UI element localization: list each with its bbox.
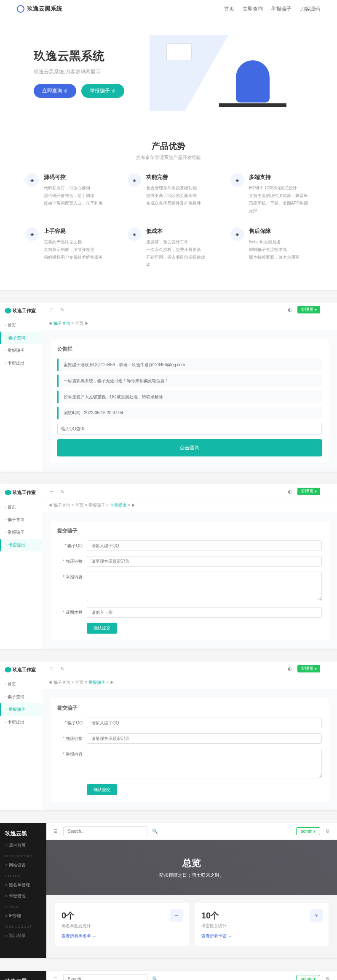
notification-icon[interactable]: ◐ [286, 665, 293, 672]
menu-icon[interactable]: ☰ [52, 828, 59, 835]
submit-button[interactable]: 确认提交 [87, 784, 117, 795]
breadcrumb: ◀ 骗子查询 × 首页 ▶ [42, 317, 337, 330]
feature-item: ◈多端支持HTML5+CSS3响应式设计支持主流的现代浏览器，兼容IE适应手机、… [230, 173, 312, 215]
refresh-icon[interactable]: ↻ [59, 488, 66, 495]
form-label: * 举报内容 [57, 572, 87, 580]
list-icon: ☰ [170, 909, 183, 922]
settings-icon[interactable]: ⚙ [324, 976, 331, 980]
menu-icon[interactable]: ☰ [48, 665, 55, 672]
nav-link[interactable]: 首页 [224, 5, 234, 13]
form-input[interactable] [87, 607, 322, 618]
stat-link[interactable]: 查看所有黑名单 → [62, 934, 96, 938]
hero-illustration [150, 35, 303, 111]
form-label: * 证图本框 [57, 607, 87, 616]
stat-card: 0个黑名单数总统计查看所有黑名单 →☰ [55, 903, 189, 946]
sidebar-item[interactable]: ○ 黑名单管理 [0, 880, 46, 891]
sidebar-item[interactable]: ◦ 举报骗子 [0, 344, 42, 357]
sidebar-section: IP ADD [0, 902, 46, 910]
form-label: * 骗子QQ [57, 718, 87, 726]
form-input[interactable] [87, 556, 322, 567]
settings-icon[interactable]: ⚙ [324, 828, 331, 835]
sidebar-item[interactable]: ◦ 首页 [0, 319, 42, 332]
sidebar-logo: 玖逸工作室 [0, 667, 42, 678]
dark-brand: 玖逸云黑 [0, 827, 46, 840]
user-badge[interactable]: 管理员 ▾ [297, 665, 320, 672]
report-button[interactable]: 举报骗子 ⊙ [81, 84, 124, 98]
form-textarea[interactable] [87, 749, 322, 778]
brand-logo: 玖逸云黑系统 [17, 5, 62, 13]
more-icon[interactable]: ⋮ [324, 306, 331, 313]
card-title: 公告栏 [57, 346, 322, 353]
feature-item: ◈功能完善包含管理系常用的基础功能提供不基于地区的页面实例集成众多优秀插件及扩展… [128, 173, 209, 215]
sidebar-item[interactable]: ◦ 首页 [0, 501, 42, 513]
features-title: 产品优势 [25, 140, 312, 152]
notification-icon[interactable]: ◐ [286, 488, 293, 495]
menu-icon[interactable]: ☰ [52, 976, 59, 980]
nav-link[interactable]: 立即查询 [243, 5, 263, 13]
notice-item: 案账骗子请联系QQ:123456，联著：玖逸牛逼@123456@qq.com [57, 359, 322, 371]
feature-icon: ◈ [230, 173, 244, 187]
sidebar-section: WEB LOGOUT [0, 921, 46, 930]
search-icon[interactable]: 🔍 [152, 976, 158, 980]
notice-item: 一应遇欢黑系统，骗子无处可逃！等你来你骗效轮位置！ [57, 375, 322, 387]
search-input[interactable] [63, 974, 147, 980]
user-badge[interactable]: 管理员 ▾ [297, 488, 320, 495]
nav-link[interactable]: 举报骗子 [271, 5, 292, 13]
hero-subtitle: 玖逸云黑系统,刀客源码网展示 [34, 68, 124, 76]
refresh-icon[interactable]: ↻ [59, 665, 66, 672]
features-subtitle: 拥有多年管理系统产品开发经验 [25, 154, 312, 161]
sidebar-item[interactable]: ◦ 举报骗子 [0, 703, 42, 716]
search-input[interactable] [63, 826, 147, 836]
qq-search-input[interactable] [57, 423, 322, 435]
stat-link[interactable]: 查看所有卡密 → [201, 934, 232, 938]
overview-banner: 总览 斯须模随之日；骑士归来之时。 [46, 840, 337, 895]
sidebar-item[interactable]: ○ 卡密管理 [0, 891, 46, 902]
sidebar-section: HM ADD [0, 871, 46, 880]
more-icon[interactable]: ⋮ [324, 488, 331, 495]
form-input[interactable] [87, 733, 322, 744]
user-badge[interactable]: 管理员 ▾ [297, 306, 320, 313]
more-icon[interactable]: ⋮ [324, 665, 331, 672]
sidebar-item[interactable]: ◦ 骗子查询 [0, 332, 42, 344]
sidebar-item[interactable]: ◦ 卡密提出 [0, 716, 42, 729]
yen-icon: ¥ [310, 909, 323, 922]
feature-icon: ◈ [128, 173, 141, 187]
sidebar-section: WEB SETTING [0, 851, 46, 860]
search-icon[interactable]: 🔍 [152, 828, 158, 835]
feature-icon: ◈ [230, 227, 244, 241]
sidebar-item[interactable]: ◦ 卡密提出 [0, 539, 42, 551]
form-input[interactable] [87, 718, 322, 728]
feature-item: ◈上手容易完善的产品详见文档大篇章示列表，细节开发更稳妈授权用户专属技术解答服务 [25, 227, 107, 269]
breadcrumb: ◀ 骗子查询 × 首页 × 举报骗子 × 卡密提出 × ▶ [42, 499, 337, 512]
notice-item: 如果是被归人足够重视，QQ被云黑处理，请联系解除 [57, 391, 322, 403]
admin-dropdown[interactable]: admin ▾ [296, 827, 320, 835]
sidebar-item[interactable]: ◦ 卡密提出 [0, 357, 42, 370]
menu-icon[interactable]: ☰ [48, 488, 55, 495]
form-label: * 凭证链接 [57, 733, 87, 742]
refresh-icon[interactable]: ↻ [59, 306, 66, 313]
feature-icon: ◈ [128, 227, 141, 241]
feature-item: ◈低成本原源赛，免去设计工作一次永久授权，免费永费更新开箱即用，省去项目前期搭建… [128, 227, 209, 269]
form-textarea[interactable] [87, 572, 322, 601]
feature-icon: ◈ [25, 227, 39, 241]
sidebar-item[interactable]: ○ 退出登录 [0, 930, 46, 941]
query-button[interactable]: 立即查询 ⊙ [34, 84, 76, 98]
form-label: * 骗子QQ [57, 540, 87, 549]
sidebar-item[interactable]: ◦ 骗子查询 [0, 513, 42, 526]
sidebar-item[interactable]: ○ IP管理 [0, 910, 46, 921]
menu-icon[interactable]: ☰ [48, 306, 55, 313]
sidebar-item[interactable]: ◦ 骗子查询 [0, 691, 42, 703]
notification-icon[interactable]: ◐ [286, 306, 293, 313]
sidebar-item[interactable]: ◦ 举报骗子 [0, 526, 42, 539]
form-input[interactable] [87, 540, 322, 551]
dark-brand: 玖逸云黑 [0, 975, 46, 980]
form-title: 提交骗子 [57, 705, 322, 712]
form-title: 提交骗子 [57, 527, 322, 535]
submit-button[interactable]: 确认提交 [87, 623, 117, 634]
nav-link[interactable]: 刀客源码 [300, 5, 320, 13]
sidebar-item[interactable]: ◦ 首页 [0, 678, 42, 691]
sidebar-item[interactable]: ○ 后台首页 [0, 840, 46, 851]
sidebar-item[interactable]: ○ 网站设置 [0, 860, 46, 871]
admin-dropdown[interactable]: admin ▾ [296, 975, 320, 980]
search-submit-button[interactable]: 点击查询 [57, 439, 322, 456]
